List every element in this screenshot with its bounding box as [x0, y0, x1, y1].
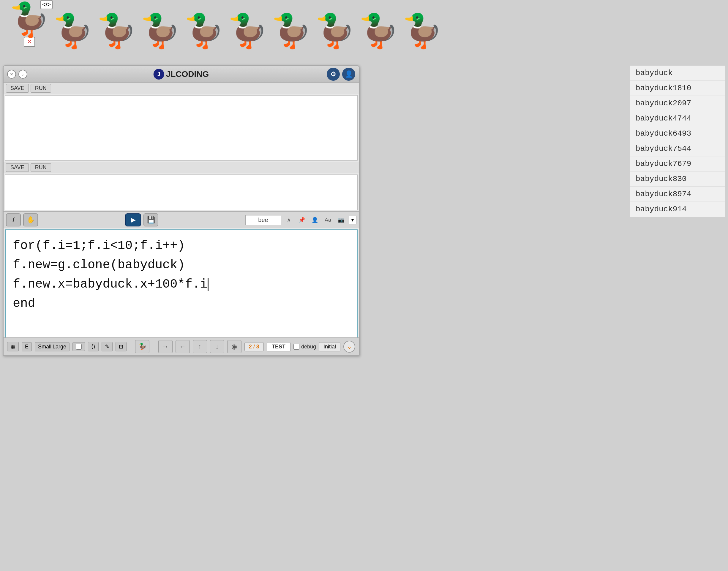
window-controls: ✕ ⌄ [7, 70, 27, 79]
save-icon-button[interactable]: 💾 [144, 213, 158, 226]
e-button[interactable]: E [22, 342, 32, 351]
grid-icon: ▦ [10, 343, 15, 350]
nav-left-button[interactable]: ← [176, 340, 190, 353]
title-icons-right: ⚙ 👤 [327, 68, 355, 81]
test-button[interactable]: TEST [267, 342, 290, 351]
run-button-top[interactable]: RUN [30, 84, 51, 93]
code-line-4: end [13, 294, 350, 313]
duck-9: 🦆 [358, 14, 399, 47]
sprite-item-babyduck914[interactable]: babyduck914 [630, 202, 725, 217]
sprite-item-babyduck1810[interactable]: babyduck1810 [630, 81, 725, 96]
person-icon: 👤 [309, 215, 320, 225]
pen-icon: ✎ [105, 343, 109, 350]
monitor-icon-button[interactable]: ⊡ [115, 342, 126, 351]
circle-button[interactable]: ◉ [227, 340, 242, 353]
duck-3: 🦆 [96, 14, 137, 47]
code-line-1: for(f.i=1;f.i<10;f.i++) [13, 236, 350, 255]
initial-button[interactable]: Initial [319, 342, 340, 351]
ide-window: ✕ ⌄ J JLCODING ⚙ 👤 SAVE RUN SAVE RUN f ✋… [3, 65, 359, 356]
run-button-mid[interactable]: RUN [30, 163, 51, 172]
save-button-mid[interactable]: SAVE [6, 163, 29, 172]
text-format-icon: Aa [323, 215, 333, 225]
minimize-button[interactable]: ⌄ [18, 70, 27, 79]
function-button[interactable]: f [6, 213, 21, 226]
duck-7: 🦆 [271, 14, 311, 47]
pen-icon-button[interactable]: ✎ [102, 342, 112, 351]
camera-icon: 📷 [336, 215, 346, 225]
title-label: JLCODING [166, 70, 209, 79]
nav-right-button[interactable]: → [158, 340, 173, 353]
debug-label: debug [301, 344, 316, 350]
second-toolbar: SAVE RUN [4, 162, 359, 173]
duck-8: 🦆 [314, 14, 355, 47]
editor-bottom-bar: f ✋ ▶ 💾 bee ∧ 📌 👤 Aa 📷 ▾ [4, 211, 359, 228]
debug-area: debug [293, 344, 316, 350]
checkbox-button[interactable] [73, 342, 85, 351]
nav-down-button[interactable]: ↓ [210, 340, 224, 353]
size-button[interactable]: Small Large [35, 342, 70, 351]
page-indicator: 2 / 3 [245, 342, 264, 351]
sprite-item-babyduck4744[interactable]: babyduck4744 [630, 111, 725, 126]
duck-6: 🦆 [227, 14, 268, 47]
duck-5: 🦆 [184, 14, 224, 47]
dropdown-arrow[interactable]: ▾ [349, 216, 356, 224]
duck-first-container: 🦆 </> ✕ [9, 3, 50, 47]
large-label: Large [53, 344, 66, 350]
monitor-icon: ⊡ [119, 343, 123, 350]
sprite-item-babyduck2097[interactable]: babyduck2097 [630, 96, 725, 111]
code-icon-button[interactable]: ⟨⟩ [88, 342, 99, 351]
nav-up-button[interactable]: ↑ [193, 340, 207, 353]
debug-checkbox[interactable] [293, 344, 299, 350]
play-button[interactable]: ▶ [125, 213, 141, 226]
sprite-sidebar: babyduck babyduck1810 babyduck2097 babyd… [630, 65, 725, 217]
top-toolbar: SAVE RUN [4, 83, 359, 94]
close-button[interactable]: ✕ [7, 70, 16, 79]
code-line-3: f.new.x=babyduck.x+100*f.i [13, 275, 350, 294]
pin-icon: 📌 [296, 215, 307, 225]
sprite-item-babyduck7544[interactable]: babyduck7544 [630, 141, 725, 156]
checkbox-input[interactable] [76, 344, 82, 350]
status-bar: ▦ E Small Large ⟨⟩ ✎ ⊡ 🦆 → ← ↑ ↓ ◉ 2 / 3 [4, 337, 359, 355]
x-badge[interactable]: ✕ [24, 37, 35, 47]
code-panel-top[interactable] [5, 95, 358, 160]
code-editor[interactable]: for(f.i=1;f.i<10;f.i++) f.new=g.clone(ba… [5, 229, 358, 354]
sprite-item-babyduck830[interactable]: babyduck830 [630, 172, 725, 187]
duck-emoji-status: 🦆 [139, 343, 147, 350]
duck-10: 🦆 [402, 14, 443, 47]
hand-button[interactable]: ✋ [23, 213, 38, 226]
sprite-item-babyduck[interactable]: babyduck [630, 66, 725, 81]
sprite-item-babyduck6493[interactable]: babyduck6493 [630, 126, 725, 141]
logo-badge: J [154, 69, 164, 80]
duck-2: 🦆 [53, 14, 93, 47]
e-label: E [25, 344, 28, 350]
duck-area: 🦆 </> ✕ 🦆 🦆 🦆 🦆 🦆 🦆 🦆 🦆 🦆 [9, 3, 443, 47]
sprite-item-babyduck7679[interactable]: babyduck7679 [630, 156, 725, 172]
text-cursor [208, 278, 208, 291]
nav-up-icon[interactable]: ∧ [283, 215, 294, 225]
save-button-top[interactable]: SAVE [6, 84, 29, 93]
sprite-item-babyduck8974[interactable]: babyduck8974 [630, 187, 725, 202]
duck-icon-status: 🦆 [135, 340, 150, 353]
code-badge: </> [40, 0, 53, 9]
code-icon: ⟨⟩ [91, 343, 95, 350]
app-title: J JLCODING [154, 69, 209, 80]
sprite-name-display: bee [245, 215, 281, 225]
check-button[interactable]: ⌄ [343, 341, 355, 353]
title-bar: ✕ ⌄ J JLCODING ⚙ 👤 [4, 66, 359, 83]
small-label: Small [38, 344, 52, 350]
output-panel[interactable] [5, 175, 358, 210]
settings-button[interactable]: ⚙ [327, 68, 340, 81]
grid-button[interactable]: ▦ [7, 342, 19, 351]
code-line-2: f.new=g.clone(babyduck) [13, 255, 350, 275]
profile-button[interactable]: 👤 [342, 68, 355, 81]
duck-4: 🦆 [140, 14, 181, 47]
